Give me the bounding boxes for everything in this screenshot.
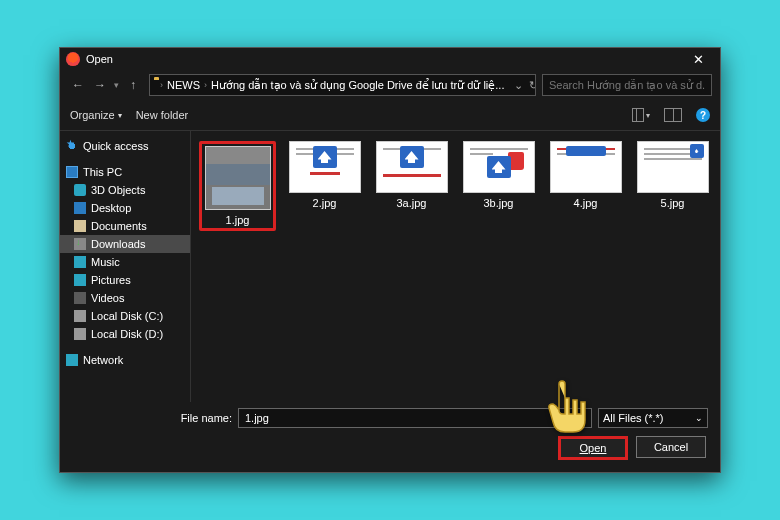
network-icon (66, 354, 78, 366)
nav-bar: ← → ▾ ↑ › NEWS › Hướng dẫn tạo và sử dụn… (60, 70, 720, 100)
titlebar: Open ✕ (60, 48, 720, 70)
sidebar-item-label: This PC (83, 166, 122, 178)
search-input[interactable] (542, 74, 712, 96)
sidebar-item-music[interactable]: Music (60, 253, 190, 271)
sidebar-item-label: Local Disk (C:) (91, 310, 163, 322)
recent-chevron-icon[interactable]: ▾ (112, 80, 121, 90)
sidebar-this-pc[interactable]: This PC (60, 163, 190, 181)
chevron-right-icon: › (160, 80, 163, 90)
sidebar-item-label: Desktop (91, 202, 131, 214)
dialog-footer: File name: All Files (*.*) ⌄ Open Cancel (60, 402, 720, 472)
sidebar: Quick access This PC 3D Objects Desktop … (60, 131, 190, 402)
document-icon (74, 220, 86, 232)
sidebar-item-label: Network (83, 354, 123, 366)
close-icon[interactable]: ✕ (678, 48, 718, 70)
thumbnail (376, 141, 448, 193)
download-icon (74, 238, 86, 250)
sidebar-item-3d-objects[interactable]: 3D Objects (60, 181, 190, 199)
file-item[interactable]: 4.jpg (547, 141, 624, 231)
window-title: Open (86, 53, 113, 65)
filename-input[interactable] (238, 408, 592, 428)
thumbnail (637, 141, 709, 193)
help-icon[interactable]: ? (696, 108, 710, 122)
crumb-parent[interactable]: NEWS (165, 79, 202, 91)
view-mode-icon[interactable]: ▾ (632, 106, 650, 124)
chevron-down-icon: ▾ (118, 111, 122, 120)
open-dialog: Open ✕ ← → ▾ ↑ › NEWS › Hướng dẫn tạo và… (59, 47, 721, 473)
thumbnail (463, 141, 535, 193)
filename-label: File name: (72, 412, 232, 424)
thumbnail (550, 141, 622, 193)
open-button-label: Open (580, 442, 607, 454)
file-item[interactable]: 3b.jpg (460, 141, 537, 231)
sidebar-item-videos[interactable]: Videos (60, 289, 190, 307)
sidebar-item-documents[interactable]: Documents (60, 217, 190, 235)
sidebar-item-label: Pictures (91, 274, 131, 286)
sidebar-item-label: 3D Objects (91, 184, 145, 196)
sidebar-item-label: Downloads (91, 238, 145, 250)
file-item[interactable]: 3a.jpg (373, 141, 450, 231)
thumbnail (289, 141, 361, 193)
file-name: 2.jpg (313, 197, 337, 209)
back-button[interactable]: ← (68, 75, 88, 95)
sidebar-quick-access[interactable]: Quick access (60, 137, 190, 155)
file-name: 3b.jpg (484, 197, 514, 209)
disk-icon (74, 310, 86, 322)
cancel-button[interactable]: Cancel (636, 436, 706, 458)
thumbnail (205, 146, 271, 210)
breadcrumb[interactable]: › NEWS › Hướng dẫn tạo và sử dụng Google… (149, 74, 536, 96)
file-type-select[interactable]: All Files (*.*) ⌄ (598, 408, 708, 428)
sidebar-item-disk-d[interactable]: Local Disk (D:) (60, 325, 190, 343)
sidebar-item-label: Videos (91, 292, 124, 304)
main-area: Quick access This PC 3D Objects Desktop … (60, 130, 720, 402)
chevron-down-icon[interactable]: ⌄ (514, 79, 523, 92)
sidebar-item-label: Local Disk (D:) (91, 328, 163, 340)
sidebar-item-disk-c[interactable]: Local Disk (C:) (60, 307, 190, 325)
preview-pane-icon[interactable] (664, 106, 682, 124)
sidebar-item-desktop[interactable]: Desktop (60, 199, 190, 217)
music-icon (74, 256, 86, 268)
disk-icon (74, 328, 86, 340)
organize-menu[interactable]: Organize ▾ (70, 109, 122, 121)
sidebar-item-pictures[interactable]: Pictures (60, 271, 190, 289)
organize-label: Organize (70, 109, 115, 121)
crumb-current[interactable]: Hướng dẫn tạo và sử dụng Google Drive để… (209, 79, 506, 92)
sidebar-network[interactable]: Network (60, 351, 190, 369)
picture-icon (74, 274, 86, 286)
file-name: 1.jpg (226, 214, 250, 226)
desktop-icon (74, 202, 86, 214)
file-name: 4.jpg (574, 197, 598, 209)
chevron-right-icon: › (204, 80, 207, 90)
forward-button[interactable]: → (90, 75, 110, 95)
star-icon (66, 140, 78, 152)
toolbar: Organize ▾ New folder ▾ ? (60, 100, 720, 130)
file-type-label: All Files (*.*) (603, 412, 664, 424)
video-icon (74, 292, 86, 304)
file-name: 3a.jpg (397, 197, 427, 209)
sidebar-item-label: Music (91, 256, 120, 268)
file-item[interactable]: 5.jpg (634, 141, 711, 231)
file-list[interactable]: 1.jpg 2.jpg 3a.jpg 3b.jpg 4.jpg (190, 131, 720, 402)
file-item[interactable]: 1.jpg (199, 141, 276, 231)
cube-icon (74, 184, 86, 196)
sidebar-item-label: Documents (91, 220, 147, 232)
file-name: 5.jpg (661, 197, 685, 209)
file-item[interactable]: 2.jpg (286, 141, 363, 231)
up-button[interactable]: ↑ (123, 75, 143, 95)
refresh-icon[interactable]: ↻ (529, 79, 536, 92)
pc-icon (66, 166, 78, 178)
sidebar-item-downloads[interactable]: Downloads (60, 235, 190, 253)
sidebar-item-label: Quick access (83, 140, 148, 152)
app-icon (66, 52, 80, 66)
new-folder-button[interactable]: New folder (136, 109, 189, 121)
chevron-down-icon: ⌄ (695, 413, 703, 423)
open-button[interactable]: Open (558, 436, 628, 460)
